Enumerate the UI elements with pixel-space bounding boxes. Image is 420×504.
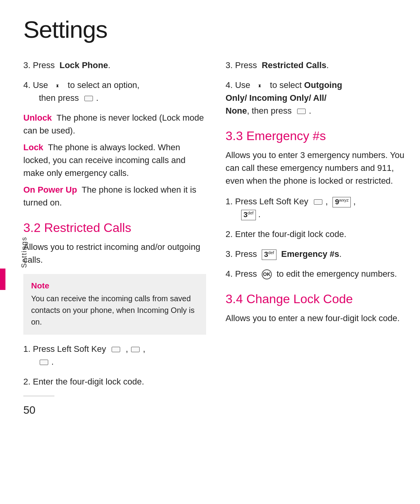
- lock-label: Lock: [23, 142, 43, 152]
- page-container: Settings Settings 3. Press Lock Phone. 4…: [0, 0, 420, 504]
- left-step3-bold: Lock Phone: [60, 60, 108, 70]
- right-step4-bold3: None: [226, 106, 247, 116]
- on-power-up-label: On Power Up: [23, 185, 77, 195]
- page-title: Settings: [23, 16, 408, 43]
- page-number: 50: [23, 404, 206, 416]
- left-step4-line2: then press .: [39, 91, 206, 104]
- right-step4-line3: None, then press .: [226, 104, 408, 117]
- right-step4-line2: Only/ Incoming Only/ All/: [226, 91, 408, 104]
- section-33-desc: Allows you to enter 3 emergency numbers.…: [226, 149, 408, 187]
- right-emergency-step1: 1. Press Left Soft Key , 9wxyz , 3def .: [226, 195, 408, 221]
- left-step3-post: .: [108, 60, 110, 70]
- left-step3-pre: 3. Press: [23, 60, 55, 70]
- lock-desc: The phone is always locked. When locked,…: [23, 142, 186, 178]
- right-emergency-step3: 3. Press 3def Emergency #s.: [226, 248, 408, 260]
- left-restricted-step1: 1. Press Left Soft Key , , .: [23, 342, 206, 368]
- right-emergency-step3-pre: 3. Press: [226, 249, 257, 259]
- right-step4: 4. Use to select Outgoing Only/ Incoming…: [226, 79, 408, 117]
- section-34-heading: 3.4 Change Lock Code: [226, 292, 408, 306]
- soft-key-icon-right: [297, 109, 306, 114]
- right-emergency-step1-line1: 1. Press Left Soft Key , 9wxyz ,: [226, 195, 408, 208]
- left-step3: 3. Press Lock Phone.: [23, 59, 206, 72]
- right-step3-pre: 3. Press: [226, 60, 257, 70]
- section-33-heading: 3.3 Emergency #s: [226, 129, 408, 143]
- right-step3: 3. Press Restricted Calls.: [226, 59, 408, 72]
- nav-up-down-icon: [54, 83, 62, 88]
- note-label: Note: [31, 281, 198, 290]
- right-column: 3. Press Restricted Calls. 4. Use to sel…: [226, 59, 408, 424]
- note-box: Note You can receive the incoming calls …: [23, 274, 206, 335]
- lock-section: Lock The phone is always locked. When lo…: [23, 141, 206, 179]
- main-content: Settings 3. Press Lock Phone. 4. Use to …: [23, 16, 408, 504]
- left-column: 3. Press Lock Phone. 4. Use to select an…: [23, 59, 206, 424]
- right-step3-post: .: [326, 60, 329, 70]
- sidebar-label: Settings: [20, 236, 28, 268]
- section-32-desc: Allows you to restrict incoming and/or o…: [23, 241, 206, 266]
- key-3def-1: 3def: [241, 210, 256, 220]
- left-restricted-step1-period: .: [39, 355, 206, 368]
- unlock-label: Unlock: [23, 113, 52, 123]
- left-restricted-step1-line: 1. Press Left Soft Key , ,: [23, 342, 206, 355]
- nav-up-down-icon-2: [256, 83, 264, 88]
- left-soft-key-icon-3: [40, 360, 48, 365]
- left-step4-line1: 4. Use to select an option,: [23, 79, 206, 91]
- key-3def-2: 3def: [262, 249, 276, 260]
- soft-key-icon: [84, 96, 93, 101]
- right-emergency-step2: 2. Enter the four-digit lock code.: [226, 228, 408, 241]
- left-soft-key-icon-1: [112, 347, 120, 352]
- note-text: You can receive the incoming calls from …: [31, 293, 198, 328]
- right-step3-bold: Restricted Calls: [262, 60, 326, 70]
- right-emergency-step3-bold: Emergency #s: [281, 249, 339, 259]
- right-step4-bold2: Only/ Incoming Only/ All/: [226, 93, 327, 103]
- right-emergency-step1-line2: 3def .: [241, 208, 408, 221]
- section-34-desc: Allows you to enter a new four-digit loc…: [226, 312, 408, 325]
- ok-circle-icon: OK: [262, 269, 272, 279]
- divider: [23, 396, 54, 396]
- right-emergency-step3-end: .: [339, 249, 341, 259]
- section-32-heading: 3.2 Restricted Calls: [23, 221, 206, 235]
- right-step4-bold: Outgoing: [304, 80, 342, 90]
- right-emergency-step4-pre: 4. Press: [226, 269, 257, 279]
- unlock-section: Unlock The phone is never locked (Lock m…: [23, 111, 206, 137]
- left-soft-key-icon-r1: [314, 199, 322, 205]
- left-soft-key-icon-2: [131, 347, 140, 352]
- left-restricted-step2: 2. Enter the four-digit lock code.: [23, 375, 206, 388]
- right-emergency-step4: 4. Press OK to edit the emergency number…: [226, 267, 408, 280]
- two-column-layout: 3. Press Lock Phone. 4. Use to select an…: [23, 59, 408, 424]
- left-step4: 4. Use to select an option, then press .: [23, 79, 206, 104]
- right-emergency-step4-text: to edit the emergency numbers.: [276, 269, 397, 279]
- on-power-up-section: On Power Up The phone is locked when it …: [23, 183, 206, 209]
- right-step4-line1: 4. Use to select Outgoing: [226, 79, 408, 91]
- key-9wxyz: 9wxyz: [332, 197, 351, 207]
- pink-accent-bar: [0, 269, 5, 290]
